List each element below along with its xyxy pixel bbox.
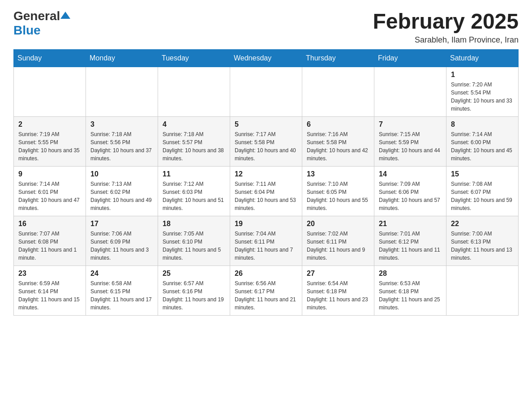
- day-number: 14: [379, 170, 442, 178]
- calendar-cell: 11Sunrise: 7:12 AMSunset: 6:03 PMDayligh…: [158, 167, 230, 216]
- week-row-2: 2Sunrise: 7:19 AMSunset: 5:55 PMDaylight…: [14, 117, 519, 167]
- calendar-cell: 4Sunrise: 7:18 AMSunset: 5:57 PMDaylight…: [158, 117, 230, 167]
- calendar-cell: 12Sunrise: 7:11 AMSunset: 6:04 PMDayligh…: [230, 167, 302, 216]
- day-info: Sunrise: 6:53 AMSunset: 6:18 PMDaylight:…: [379, 279, 442, 312]
- calendar-table: SundayMondayTuesdayWednesdayThursdayFrid…: [13, 49, 519, 316]
- calendar-cell: [446, 266, 519, 316]
- day-number: 24: [90, 270, 153, 278]
- calendar-cell: 20Sunrise: 7:02 AMSunset: 6:11 PMDayligh…: [302, 216, 374, 266]
- logo-blue: Blue: [13, 23, 41, 37]
- calendar-cell: [158, 67, 230, 117]
- day-number: 16: [18, 220, 81, 228]
- day-number: 4: [163, 120, 225, 128]
- calendar-cell: 28Sunrise: 6:53 AMSunset: 6:18 PMDayligh…: [374, 266, 446, 316]
- calendar-cell: 24Sunrise: 6:58 AMSunset: 6:15 PMDayligh…: [86, 266, 158, 316]
- calendar-cell: 2Sunrise: 7:19 AMSunset: 5:55 PMDaylight…: [14, 117, 86, 167]
- day-info: Sunrise: 7:01 AMSunset: 6:12 PMDaylight:…: [379, 230, 442, 262]
- day-number: 23: [18, 270, 81, 278]
- day-info: Sunrise: 7:18 AMSunset: 5:57 PMDaylight:…: [163, 130, 225, 163]
- day-number: 1: [451, 71, 514, 79]
- week-row-4: 16Sunrise: 7:07 AMSunset: 6:08 PMDayligh…: [14, 216, 519, 266]
- day-info: Sunrise: 7:14 AMSunset: 6:01 PMDaylight:…: [18, 180, 81, 212]
- day-info: Sunrise: 7:00 AMSunset: 6:13 PMDaylight:…: [451, 230, 514, 262]
- day-info: Sunrise: 6:58 AMSunset: 6:15 PMDaylight:…: [90, 279, 153, 312]
- calendar-cell: [374, 67, 446, 117]
- calendar-header-row: SundayMondayTuesdayWednesdayThursdayFrid…: [14, 50, 519, 67]
- day-info: Sunrise: 7:18 AMSunset: 5:56 PMDaylight:…: [90, 130, 153, 163]
- day-header-sunday: Sunday: [14, 50, 86, 67]
- day-info: Sunrise: 7:14 AMSunset: 6:00 PMDaylight:…: [451, 130, 514, 163]
- calendar-cell: 1Sunrise: 7:20 AMSunset: 5:54 PMDaylight…: [446, 67, 519, 117]
- calendar-cell: [302, 67, 374, 117]
- day-number: 12: [235, 170, 297, 178]
- day-info: Sunrise: 7:20 AMSunset: 5:54 PMDaylight:…: [451, 81, 514, 113]
- day-info: Sunrise: 7:16 AMSunset: 5:58 PMDaylight:…: [307, 130, 369, 163]
- day-info: Sunrise: 7:19 AMSunset: 5:55 PMDaylight:…: [18, 130, 81, 163]
- day-number: 2: [18, 120, 81, 128]
- day-info: Sunrise: 7:15 AMSunset: 5:59 PMDaylight:…: [379, 130, 442, 163]
- day-number: 19: [235, 220, 297, 228]
- logo: General Blue: [13, 9, 71, 38]
- day-info: Sunrise: 7:12 AMSunset: 6:03 PMDaylight:…: [163, 180, 225, 212]
- calendar-cell: [14, 67, 86, 117]
- day-header-tuesday: Tuesday: [158, 50, 230, 67]
- day-info: Sunrise: 7:08 AMSunset: 6:07 PMDaylight:…: [451, 180, 514, 212]
- calendar-cell: 7Sunrise: 7:15 AMSunset: 5:59 PMDaylight…: [374, 117, 446, 167]
- calendar-cell: 15Sunrise: 7:08 AMSunset: 6:07 PMDayligh…: [446, 167, 519, 216]
- day-info: Sunrise: 6:54 AMSunset: 6:18 PMDaylight:…: [307, 279, 369, 312]
- calendar-cell: 6Sunrise: 7:16 AMSunset: 5:58 PMDaylight…: [302, 117, 374, 167]
- week-row-1: 1Sunrise: 7:20 AMSunset: 5:54 PMDaylight…: [14, 67, 519, 117]
- calendar-cell: 18Sunrise: 7:05 AMSunset: 6:10 PMDayligh…: [158, 216, 230, 266]
- day-header-wednesday: Wednesday: [230, 50, 302, 67]
- day-info: Sunrise: 7:17 AMSunset: 5:58 PMDaylight:…: [235, 130, 297, 163]
- day-info: Sunrise: 7:02 AMSunset: 6:11 PMDaylight:…: [307, 230, 369, 262]
- day-info: Sunrise: 6:57 AMSunset: 6:16 PMDaylight:…: [163, 279, 225, 312]
- calendar-cell: 8Sunrise: 7:14 AMSunset: 6:00 PMDaylight…: [446, 117, 519, 167]
- calendar-cell: 23Sunrise: 6:59 AMSunset: 6:14 PMDayligh…: [14, 266, 86, 316]
- day-number: 18: [163, 220, 225, 228]
- title-area: February 2025 Sarableh, Ilam Province, I…: [373, 9, 519, 45]
- calendar-cell: 26Sunrise: 6:56 AMSunset: 6:17 PMDayligh…: [230, 266, 302, 316]
- calendar-cell: 27Sunrise: 6:54 AMSunset: 6:18 PMDayligh…: [302, 266, 374, 316]
- logo-triangle-icon: [60, 11, 70, 21]
- calendar-cell: 17Sunrise: 7:06 AMSunset: 6:09 PMDayligh…: [86, 216, 158, 266]
- day-number: 7: [379, 120, 442, 128]
- day-number: 5: [235, 120, 297, 128]
- day-number: 10: [90, 170, 153, 178]
- calendar-cell: 9Sunrise: 7:14 AMSunset: 6:01 PMDaylight…: [14, 167, 86, 216]
- day-number: 13: [307, 170, 369, 178]
- day-number: 22: [451, 220, 514, 228]
- day-info: Sunrise: 7:09 AMSunset: 6:06 PMDaylight:…: [379, 180, 442, 212]
- day-number: 20: [307, 220, 369, 228]
- calendar-cell: [86, 67, 158, 117]
- day-header-thursday: Thursday: [302, 50, 374, 67]
- day-number: 8: [451, 120, 514, 128]
- day-info: Sunrise: 7:05 AMSunset: 6:10 PMDaylight:…: [163, 230, 225, 262]
- day-number: 17: [90, 220, 153, 228]
- calendar-cell: 22Sunrise: 7:00 AMSunset: 6:13 PMDayligh…: [446, 216, 519, 266]
- day-number: 11: [163, 170, 225, 178]
- calendar-cell: 3Sunrise: 7:18 AMSunset: 5:56 PMDaylight…: [86, 117, 158, 167]
- logo-general: General: [13, 9, 60, 23]
- day-number: 3: [90, 120, 153, 128]
- page-header: General Blue February 2025 Sarableh, Ila…: [13, 9, 519, 45]
- day-number: 28: [379, 270, 442, 278]
- day-number: 15: [451, 170, 514, 178]
- calendar-cell: 13Sunrise: 7:10 AMSunset: 6:05 PMDayligh…: [302, 167, 374, 216]
- week-row-3: 9Sunrise: 7:14 AMSunset: 6:01 PMDaylight…: [14, 167, 519, 216]
- day-info: Sunrise: 7:11 AMSunset: 6:04 PMDaylight:…: [235, 180, 297, 212]
- calendar-cell: 16Sunrise: 7:07 AMSunset: 6:08 PMDayligh…: [14, 216, 86, 266]
- day-header-friday: Friday: [374, 50, 446, 67]
- day-number: 9: [18, 170, 81, 178]
- month-title: February 2025: [373, 9, 519, 34]
- day-header-monday: Monday: [86, 50, 158, 67]
- day-number: 26: [235, 270, 297, 278]
- calendar-cell: 14Sunrise: 7:09 AMSunset: 6:06 PMDayligh…: [374, 167, 446, 216]
- location: Sarableh, Ilam Province, Iran: [373, 35, 519, 45]
- day-header-saturday: Saturday: [446, 50, 519, 67]
- calendar-cell: 21Sunrise: 7:01 AMSunset: 6:12 PMDayligh…: [374, 216, 446, 266]
- calendar-cell: 25Sunrise: 6:57 AMSunset: 6:16 PMDayligh…: [158, 266, 230, 316]
- day-info: Sunrise: 7:06 AMSunset: 6:09 PMDaylight:…: [90, 230, 153, 262]
- day-info: Sunrise: 7:13 AMSunset: 6:02 PMDaylight:…: [90, 180, 153, 212]
- day-info: Sunrise: 7:10 AMSunset: 6:05 PMDaylight:…: [307, 180, 369, 212]
